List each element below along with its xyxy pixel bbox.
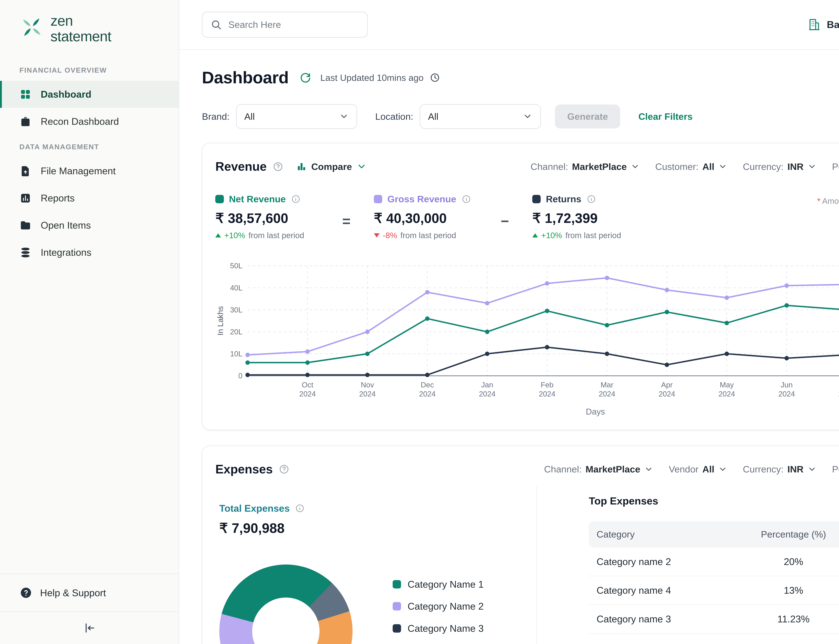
help-label: Help & Support (40, 587, 106, 598)
svg-text:Jun: Jun (781, 381, 793, 389)
svg-text:30L: 30L (230, 306, 242, 314)
collapse-sidebar-icon[interactable] (83, 621, 96, 634)
chevron-down-icon (718, 162, 727, 171)
svg-text:2024: 2024 (838, 390, 839, 398)
sidebar-item-recon-dashboard[interactable]: Recon Dashboard (0, 108, 179, 135)
filter-currency[interactable]: Currency:INR (743, 161, 816, 172)
svg-text:2024: 2024 (778, 390, 795, 398)
chevron-down-icon (356, 161, 367, 172)
metric-delta: +10%from last period (532, 231, 636, 240)
filter-channel[interactable]: Channel:MarketPlace (544, 464, 653, 475)
svg-text:2024: 2024 (359, 390, 376, 398)
topbar-right: BazzarNest JD (808, 13, 839, 36)
donut-legend: Category Name 1Category Name 2Category N… (393, 579, 484, 644)
table-row: Category name 220%₹ 3,16,395 (589, 547, 839, 576)
metric-delta: -8%from last period (374, 231, 477, 240)
table-header-row: CategoryPercentage (%)Total Amount (589, 521, 839, 547)
revenue-line-chart: 010L20L30L40L50LOct2024Nov2024Dec2024Jan… (215, 257, 839, 417)
org-name: BazzarNest (827, 19, 839, 30)
revenue-card-header: Revenue Compare Channel:MarketPlaceCusto… (215, 156, 839, 177)
location-select[interactable]: All (420, 104, 541, 129)
sidebar-item-label: Dashboard (41, 89, 91, 100)
metric-value: ₹ 38,57,600 (215, 210, 319, 226)
info-icon[interactable] (586, 194, 596, 204)
filters-row: Brand: All Location: All Generate Clear … (202, 104, 839, 129)
metric-net-revenue: Net Revenue₹ 38,57,600+10%from last peri… (215, 194, 319, 240)
svg-text:2024: 2024 (599, 390, 615, 398)
clear-filters-button[interactable]: Clear Filters (638, 111, 693, 122)
search-box[interactable] (202, 12, 367, 38)
expenses-donut-chart (219, 565, 353, 644)
help-support-button[interactable]: Help & Support (0, 574, 179, 611)
metric-returns: Returns₹ 1,72,399+10%from last period (532, 194, 636, 240)
filter-channel[interactable]: Channel:MarketPlace (531, 161, 640, 172)
info-icon[interactable] (291, 194, 301, 204)
svg-text:10L: 10L (230, 350, 242, 358)
filter-vendor[interactable]: VendorAll (669, 464, 727, 475)
sidebar-item-label: Open Items (41, 220, 91, 231)
svg-text:Oct: Oct (302, 381, 313, 389)
svg-text:In Lakhs: In Lakhs (216, 306, 225, 335)
filter-period[interactable]: Period:Last Year (832, 161, 839, 172)
chevron-down-icon (808, 465, 816, 474)
svg-text:Mar: Mar (601, 381, 614, 389)
question-circle-icon[interactable] (273, 161, 284, 172)
question-circle-icon[interactable] (278, 464, 290, 475)
app-root: zen statement FINANCIAL OVERVIEWDashboar… (0, 0, 839, 644)
compare-bars-icon (296, 161, 307, 172)
legend-item-category-name-2: Category Name 2 (393, 601, 484, 612)
expenses-card-header: Expenses Channel:MarketPlaceVendorAllCur… (202, 459, 839, 480)
info-icon[interactable] (295, 503, 305, 513)
topbar: BazzarNest JD (179, 0, 839, 50)
sidebar-item-integrations[interactable]: Integrations (0, 239, 179, 266)
info-icon[interactable] (461, 194, 471, 204)
refresh-icon[interactable] (299, 71, 311, 84)
app-logo: zen statement (0, 0, 179, 59)
legend-swatch (215, 195, 224, 203)
expenses-title: Expenses (215, 462, 273, 476)
table-body: Category name 220%₹ 3,16,395Category nam… (589, 547, 839, 644)
metric-value: ₹ 40,30,000 (374, 210, 477, 226)
chevron-down-icon (644, 465, 653, 474)
svg-text:20L: 20L (230, 328, 242, 336)
main-area: BazzarNest JD Dashboard Last Updated 10m… (179, 0, 839, 644)
compare-button[interactable]: Compare (296, 161, 367, 172)
sidebar-item-label: Reports (41, 192, 75, 204)
svg-text:2024: 2024 (419, 390, 436, 398)
sidebar-item-label: Integrations (41, 247, 91, 258)
expenses-filter-chips: Channel:MarketPlaceVendorAllCurrency:INR… (544, 464, 839, 475)
x-axis-label: Days (215, 407, 839, 417)
svg-text:0: 0 (239, 372, 243, 380)
brand-label: Brand: (202, 111, 230, 122)
sidebar-item-dashboard[interactable]: Dashboard (0, 81, 179, 108)
expenses-donut-panel: Total Expenses ₹ 7,90,988 Category Name … (202, 486, 537, 644)
brand-select[interactable]: All (236, 104, 357, 129)
column-header-percentage: Percentage (%) (730, 521, 839, 547)
search-input[interactable] (229, 19, 359, 30)
help-icon (20, 586, 32, 599)
legend-swatch (393, 602, 401, 610)
column-header-category: Category (589, 521, 730, 547)
filter-currency[interactable]: Currency:INR (743, 464, 816, 475)
generate-button[interactable]: Generate (555, 105, 620, 128)
filter-period[interactable]: Period:Last Year (832, 464, 839, 475)
metric-name: Returns (546, 194, 581, 204)
file-upload-icon (19, 165, 31, 177)
location-label: Location: (375, 111, 413, 122)
table-row: Category name 413%₹ 1,97,747 (589, 576, 839, 605)
svg-text:May: May (720, 381, 734, 389)
last-updated: Last Updated 10mins ago (320, 72, 441, 83)
org-selector[interactable]: BazzarNest (808, 18, 839, 31)
filter-customer[interactable]: Customer:All (655, 161, 727, 172)
metric-name: Gross Revenue (387, 194, 456, 204)
sidebar-section-label: FINANCIAL OVERVIEW (0, 59, 179, 81)
sidebar-item-reports[interactable]: Reports (0, 184, 179, 212)
sidebar-item-open-items[interactable]: Open Items (0, 212, 179, 239)
revenue-card: Revenue Compare Channel:MarketPlaceCusto… (202, 143, 839, 430)
sidebar-collapse-bar (0, 611, 179, 644)
reports-icon (19, 192, 31, 204)
legend-swatch (374, 195, 382, 203)
svg-text:40L: 40L (230, 284, 242, 292)
sidebar-item-file-management[interactable]: File Management (0, 157, 179, 184)
svg-text:2024: 2024 (299, 390, 316, 398)
